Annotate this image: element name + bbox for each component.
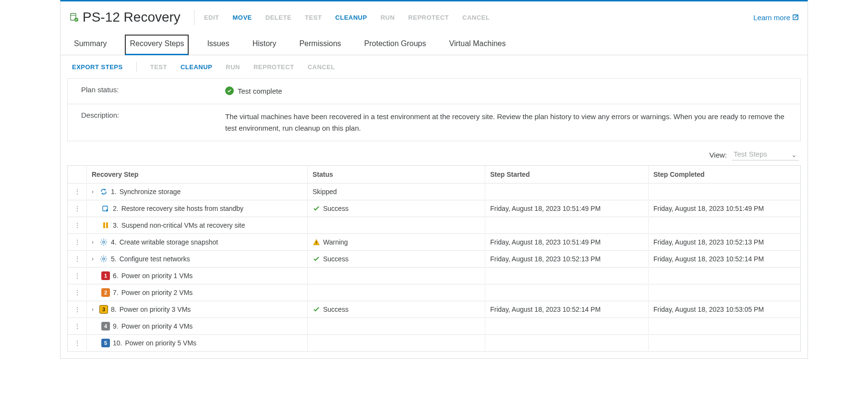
- table-row: ⋮ › 4. Create writable storage snapshot …: [68, 234, 800, 251]
- col-recovery-step[interactable]: Recovery Step: [87, 166, 308, 183]
- status-text: Success: [323, 255, 349, 263]
- recovery-steps-table: Recovery Step Status Step Started Step C…: [67, 165, 801, 352]
- delete-action: DELETE: [265, 14, 291, 21]
- priority-2-icon: 2: [101, 288, 110, 297]
- status-text: Success: [323, 205, 349, 212]
- status-box: Plan status: Test complete Description: …: [67, 78, 801, 141]
- step-started: Friday, August 18, 2023 10:51:49 PM: [490, 238, 601, 246]
- warning-icon: [313, 238, 320, 246]
- chevron-right-icon[interactable]: ›: [92, 306, 96, 313]
- chevron-right-icon[interactable]: ›: [92, 239, 96, 245]
- success-icon: [313, 205, 320, 212]
- tab-history[interactable]: History: [248, 35, 281, 55]
- step-name: Power on priority 3 VMs: [120, 306, 191, 313]
- step-name: Configure test networks: [120, 255, 190, 263]
- learn-more-link[interactable]: Learn more: [753, 13, 799, 22]
- col-step-started[interactable]: Step Started: [485, 166, 649, 183]
- row-menu[interactable]: ⋮: [68, 285, 87, 300]
- step-completed: Friday, August 18, 2023 10:52:13 PM: [653, 238, 764, 246]
- table-header: Recovery Step Status Step Started Step C…: [68, 166, 800, 184]
- status-text: Warning: [323, 238, 348, 246]
- svg-rect-4: [106, 222, 108, 228]
- tab-protection-groups[interactable]: Protection Groups: [360, 35, 431, 55]
- sub-reprotect-action: REPROTECT: [253, 63, 294, 71]
- gear-icon: [99, 255, 108, 263]
- row-menu[interactable]: ⋮: [68, 268, 87, 283]
- step-num: 1.: [111, 188, 117, 196]
- step-num: 5.: [111, 255, 117, 263]
- step-started: Friday, August 18, 2023 10:52:13 PM: [490, 255, 601, 263]
- row-menu[interactable]: ⋮: [68, 184, 87, 199]
- priority-4-icon: 4: [101, 322, 110, 331]
- host-icon: [101, 204, 110, 213]
- table-row: ⋮ 4 9. Power on priority 4 VMs: [68, 318, 800, 335]
- svg-point-5: [103, 241, 105, 243]
- move-action[interactable]: MOVE: [233, 14, 252, 21]
- table-row: ⋮ 2 7. Power on priority 2 VMs: [68, 284, 800, 301]
- row-menu[interactable]: ⋮: [68, 251, 87, 267]
- priority-1-icon: 1: [101, 271, 110, 280]
- col-step-completed[interactable]: Step Completed: [649, 166, 800, 183]
- priority-5-icon: 5: [101, 339, 110, 347]
- step-num: 4.: [111, 238, 117, 246]
- page-title: PS-12 Recovery: [83, 10, 181, 25]
- step-num: 7.: [113, 289, 119, 296]
- step-name: Restore recovery site hosts from standby: [121, 205, 243, 212]
- row-menu[interactable]: ⋮: [68, 302, 87, 317]
- success-icon: [313, 255, 320, 263]
- view-select[interactable]: Test Steps: [732, 149, 799, 160]
- step-name: Power on priority 4 VMs: [121, 322, 193, 330]
- row-menu[interactable]: ⋮: [68, 201, 87, 216]
- step-name: Suspend non-critical VMs at recovery sit…: [121, 221, 245, 229]
- table-row: ⋮ 2. Restore recovery site hosts from st…: [68, 200, 800, 217]
- step-started: Friday, August 18, 2023 10:52:14 PM: [490, 306, 601, 313]
- table-row: ⋮ 5 10. Power on priority 5 VMs: [68, 335, 800, 352]
- tabs: Summary Recovery Steps Issues History Pe…: [60, 29, 808, 55]
- chevron-right-icon[interactable]: ›: [92, 256, 96, 262]
- run-action: RUN: [381, 14, 395, 21]
- status-text: Skipped: [313, 188, 337, 196]
- view-label: View:: [710, 151, 727, 159]
- recovery-plan-icon: [69, 12, 79, 22]
- row-menu[interactable]: ⋮: [68, 335, 87, 351]
- step-num: 3.: [113, 221, 119, 229]
- description-value: The virtual machines have been recovered…: [225, 111, 787, 134]
- step-completed: Friday, August 18, 2023 10:53:05 PM: [653, 306, 764, 313]
- page-header: PS-12 Recovery EDIT MOVE DELETE TEST CLE…: [60, 1, 808, 29]
- sub-actions: EXPORT STEPS TEST CLEANUP RUN REPROTECT …: [60, 55, 808, 78]
- row-menu[interactable]: ⋮: [68, 234, 87, 250]
- col-status[interactable]: Status: [308, 166, 485, 183]
- sub-run-action: RUN: [226, 63, 240, 71]
- tab-summary[interactable]: Summary: [69, 35, 111, 55]
- svg-rect-6: [316, 241, 316, 243]
- sync-icon: [99, 187, 108, 196]
- plan-status-value: Test complete: [238, 86, 282, 97]
- external-link-icon: [792, 14, 799, 21]
- table-row: ⋮ › 3 8. Power on priority 3 VMs Success…: [68, 301, 800, 318]
- edit-action: EDIT: [204, 14, 219, 21]
- sub-cancel-action: CANCEL: [308, 63, 335, 71]
- success-icon: [313, 306, 320, 313]
- step-name: Synchronize storage: [120, 188, 181, 196]
- tab-virtual-machines[interactable]: Virtual Machines: [445, 35, 511, 55]
- row-menu[interactable]: ⋮: [68, 318, 87, 334]
- sub-cleanup-action[interactable]: CLEANUP: [181, 63, 212, 71]
- export-steps-action[interactable]: EXPORT STEPS: [72, 63, 123, 71]
- learn-more-label: Learn more: [753, 13, 790, 22]
- divider: [136, 62, 137, 72]
- tab-permissions[interactable]: Permissions: [294, 35, 346, 55]
- step-name: Power on priority 5 VMs: [125, 339, 196, 347]
- table-row: ⋮ › 1. Synchronize storage Skipped: [68, 184, 800, 200]
- step-num: 9.: [113, 322, 119, 330]
- table-row: ⋮ 1 6. Power on priority 1 VMs: [68, 268, 800, 284]
- step-name: Create writable storage snapshot: [120, 238, 218, 246]
- check-circle-icon: [225, 86, 234, 95]
- tab-issues[interactable]: Issues: [202, 35, 234, 55]
- cleanup-action[interactable]: CLEANUP: [335, 14, 367, 21]
- cancel-action: CANCEL: [462, 14, 490, 21]
- chevron-right-icon[interactable]: ›: [92, 188, 96, 195]
- top-actions: EDIT MOVE DELETE TEST CLEANUP RUN REPROT…: [204, 14, 490, 21]
- tab-recovery-steps[interactable]: Recovery Steps: [125, 35, 189, 55]
- row-menu[interactable]: ⋮: [68, 218, 87, 233]
- test-action: TEST: [305, 14, 322, 21]
